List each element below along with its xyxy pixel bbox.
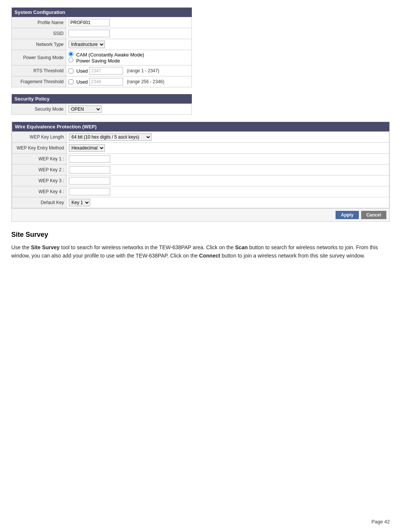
wep-button-row: Apply Cancel	[12, 208, 389, 221]
rts-threshold-input[interactable]	[89, 67, 123, 75]
profile-name-value	[66, 17, 192, 28]
default-key-label: Default Key	[12, 197, 67, 208]
power-saving-label: Power Saving Mode	[12, 50, 66, 66]
frag-threshold-input[interactable]	[89, 78, 123, 85]
table-row: WEP Key Length 64 bit (10 hex digits / 5…	[12, 132, 389, 143]
wep-key2-value	[67, 165, 389, 175]
ssid-label: SSID	[12, 28, 66, 39]
system-config-header: System Configuration	[12, 8, 192, 17]
rts-range-text: (range 1 - 2347)	[127, 68, 159, 73]
table-row: Default Key Key 1 Key 2 Key 3 Key 4	[12, 197, 389, 208]
wep-key3-value	[67, 175, 389, 186]
table-row: WEP Key 1 :	[12, 154, 389, 165]
security-mode-value: OPEN WEP WPA-PSK WPA2-PSK	[66, 104, 192, 115]
table-row: RTS Threshold Used (range 1 - 2347)	[12, 66, 192, 76]
ssid-input[interactable]	[68, 30, 110, 37]
scan-bold: Scan	[235, 244, 248, 250]
wep-key2-input[interactable]	[69, 166, 110, 174]
wep-key4-value	[67, 186, 389, 197]
frag-threshold-label: Fragement Threshold	[12, 76, 66, 87]
frag-used-text: Used	[76, 79, 88, 85]
wep-key3-label: WEP Key 3 :	[12, 175, 67, 186]
site-survey-paragraph: Use the Site Survey tool to search for w…	[11, 243, 390, 260]
site-survey-bold: Site Survey	[31, 244, 59, 250]
security-policy-table: Security Policy Security Mode OPEN WEP W…	[11, 94, 192, 115]
apply-button[interactable]: Apply	[336, 211, 358, 219]
psm-radio-label[interactable]: Power Saving Mode	[68, 58, 120, 64]
rts-threshold-label: RTS Threshold	[12, 66, 66, 76]
table-row: WEP Key Entry Method Hexadecimal ASCII	[12, 143, 389, 154]
default-key-select[interactable]: Key 1 Key 2 Key 3 Key 4	[69, 199, 90, 206]
wep-key-length-label: WEP Key Length	[12, 132, 67, 143]
wep-key1-value	[67, 154, 389, 165]
psm-radio[interactable]	[68, 58, 73, 62]
connect-bold: Connect	[199, 253, 220, 259]
wep-header: Wire Equivalence Protection (WEP)	[12, 122, 389, 132]
table-row: WEP Key 4 :	[12, 186, 389, 197]
rts-used-text: Used	[76, 68, 88, 74]
default-key-value: Key 1 Key 2 Key 3 Key 4	[67, 197, 389, 208]
wep-key3-input[interactable]	[69, 177, 110, 184]
cancel-button[interactable]: Cancel	[361, 211, 386, 219]
table-row: Security Mode OPEN WEP WPA-PSK WPA2-PSK	[12, 104, 192, 115]
table-row: WEP Key 3 :	[12, 175, 389, 186]
profile-name-input[interactable]	[68, 19, 110, 26]
table-row: Fragement Threshold Used (range 256 - 23…	[12, 76, 192, 87]
table-row: Network Type Infrastructure Ad-Hoc	[12, 39, 192, 50]
cam-radio[interactable]	[68, 52, 73, 56]
table-row: Profile Name	[12, 17, 192, 28]
network-type-label: Network Type	[12, 39, 66, 50]
network-type-select[interactable]: Infrastructure Ad-Hoc	[68, 41, 105, 48]
site-survey-heading: Site Survey	[11, 231, 390, 239]
system-config-table: System Configuration Profile Name SSID N…	[11, 8, 192, 87]
site-survey-section: Site Survey Use the Site Survey tool to …	[11, 231, 390, 260]
security-policy-header: Security Policy	[12, 94, 192, 104]
wep-key2-label: WEP Key 2 :	[12, 165, 67, 175]
wep-key-length-select[interactable]: 64 bit (10 hex digits / 5 ascii keys) 12…	[69, 133, 152, 141]
frag-range-text: (range 256 - 2346)	[127, 79, 164, 84]
profile-name-label: Profile Name	[12, 17, 66, 28]
wep-entry-method-label: WEP Key Entry Method	[12, 143, 67, 154]
table-row: SSID	[12, 28, 192, 39]
ssid-value	[66, 28, 192, 39]
cam-radio-label[interactable]: CAM (Constantly Awake Mode)	[68, 52, 144, 58]
frag-used-checkbox[interactable]	[68, 79, 73, 84]
wep-entry-method-select[interactable]: Hexadecimal ASCII	[69, 144, 105, 152]
security-mode-select[interactable]: OPEN WEP WPA-PSK WPA2-PSK	[68, 105, 102, 113]
wep-key1-label: WEP Key 1 :	[12, 154, 67, 165]
wep-key-length-value: 64 bit (10 hex digits / 5 ascii keys) 12…	[67, 132, 389, 143]
network-type-value: Infrastructure Ad-Hoc	[66, 39, 192, 50]
wep-table: Wire Equivalence Protection (WEP) WEP Ke…	[12, 122, 389, 208]
rts-used-checkbox[interactable]	[68, 69, 73, 73]
table-row: Power Saving Mode CAM (Constantly Awake …	[12, 50, 192, 66]
wep-section: Wire Equivalence Protection (WEP) WEP Ke…	[11, 122, 390, 222]
wep-key4-input[interactable]	[69, 188, 110, 195]
security-mode-label: Security Mode	[12, 104, 66, 115]
wep-key1-input[interactable]	[69, 155, 110, 163]
frag-threshold-value: Used (range 256 - 2346)	[66, 76, 192, 87]
power-saving-value: CAM (Constantly Awake Mode) Power Saving…	[66, 50, 192, 66]
wep-key4-label: WEP Key 4 :	[12, 186, 67, 197]
table-row: WEP Key 2 :	[12, 165, 389, 175]
rts-threshold-value: Used (range 1 - 2347)	[66, 66, 192, 76]
wep-entry-method-value: Hexadecimal ASCII	[67, 143, 389, 154]
